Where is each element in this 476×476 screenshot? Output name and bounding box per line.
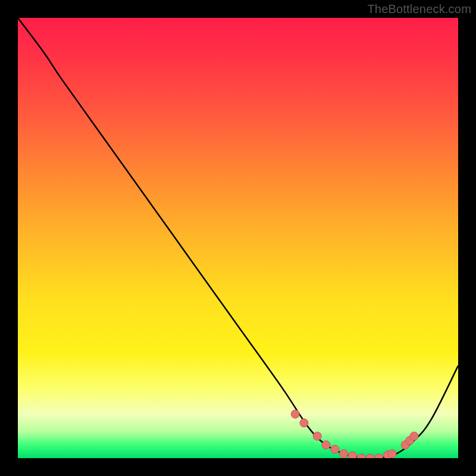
- marker-point: [348, 452, 356, 458]
- bottleneck-curve: [18, 18, 458, 458]
- marker-group: [291, 410, 418, 458]
- marker-point: [300, 419, 308, 427]
- marker-point: [313, 432, 321, 440]
- chart-svg: [18, 18, 458, 458]
- marker-point: [366, 454, 374, 458]
- plot-area: [18, 18, 458, 458]
- chart-frame: TheBottleneck.com: [0, 0, 476, 476]
- marker-point: [340, 450, 348, 458]
- marker-point: [291, 410, 299, 418]
- marker-point: [331, 445, 339, 453]
- marker-point: [357, 454, 365, 458]
- marker-point: [410, 432, 418, 440]
- watermark-text: TheBottleneck.com: [367, 2, 471, 16]
- marker-point: [375, 454, 383, 458]
- marker-point: [388, 450, 396, 458]
- marker-point: [322, 441, 330, 449]
